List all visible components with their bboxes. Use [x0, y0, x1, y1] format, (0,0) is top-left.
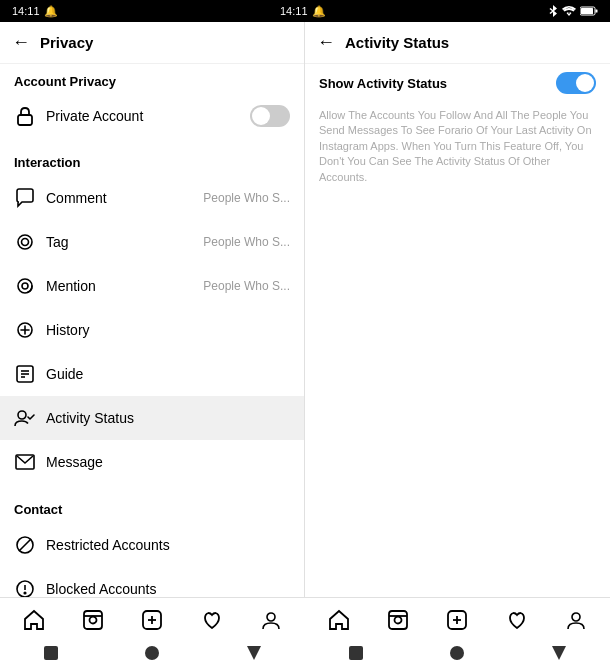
nav-home-left[interactable]	[20, 606, 48, 634]
sys-back-left[interactable]	[247, 646, 261, 660]
activity-status-description: Allow The Accounts You Follow And All Th…	[305, 102, 610, 195]
guide-icon	[14, 363, 36, 385]
interaction-label: Interaction	[0, 145, 304, 176]
mention-left: Mention	[14, 275, 96, 297]
sys-square-right[interactable]	[349, 646, 363, 660]
message-left: Message	[14, 451, 103, 473]
restricted-left: Restricted Accounts	[14, 534, 170, 556]
menu-item-activity-status[interactable]: Activity Status	[0, 396, 304, 440]
left-back-button[interactable]: ←	[12, 32, 30, 53]
wifi-icon	[562, 6, 576, 16]
bottom-nav-right	[305, 598, 610, 641]
private-account-label: Private Account	[46, 108, 143, 124]
bottom-nav	[0, 597, 610, 641]
menu-item-guide[interactable]: Guide	[0, 352, 304, 396]
system-nav-right	[305, 641, 610, 665]
alarm-icon: 🔔	[44, 5, 58, 18]
activity-status-icon	[14, 407, 36, 429]
show-activity-status-row: Show Activity Status	[305, 64, 610, 102]
blocked-icon	[14, 578, 36, 597]
alarm-icon-right: 🔔	[312, 5, 326, 18]
menu-item-message[interactable]: Message	[0, 440, 304, 484]
comment-value: People Who S...	[203, 191, 290, 205]
system-nav	[0, 641, 610, 665]
sys-circle-right[interactable]	[450, 646, 464, 660]
message-icon	[14, 451, 36, 473]
svg-point-13	[18, 411, 26, 419]
nav-home-right[interactable]	[325, 606, 353, 634]
right-back-button[interactable]: ←	[317, 32, 335, 53]
svg-point-19	[90, 616, 97, 623]
menu-item-blocked[interactable]: Blocked Accounts	[0, 567, 304, 597]
private-account-row: Private Account	[0, 95, 304, 137]
nav-profile-right[interactable]	[562, 606, 590, 634]
menu-item-restricted[interactable]: Restricted Accounts	[0, 523, 304, 567]
blocked-accounts-label: Blocked Accounts	[46, 581, 157, 597]
mention-label: Mention	[46, 278, 96, 294]
right-panel: ← Activity Status Show Activity Status A…	[305, 22, 610, 597]
right-nav-bar: ← Activity Status	[305, 22, 610, 64]
left-nav-bar: ← Privacy	[0, 22, 304, 64]
bluetooth-icon	[548, 5, 558, 17]
svg-point-4	[18, 235, 32, 249]
comment-label: Comment	[46, 190, 107, 206]
tag-value: People Who S...	[203, 235, 290, 249]
status-center: 14:11 🔔	[280, 4, 326, 18]
svg-point-24	[267, 613, 275, 621]
svg-rect-25	[389, 611, 407, 629]
menu-item-history[interactable]: History	[0, 308, 304, 352]
svg-rect-3	[18, 115, 32, 125]
main-panels: ← Privacy Account Privacy Private Accoun…	[0, 22, 610, 597]
comment-left: Comment	[14, 187, 107, 209]
left-panel: ← Privacy Account Privacy Private Accoun…	[0, 22, 305, 597]
sys-back-right[interactable]	[552, 646, 566, 660]
mention-icon	[14, 275, 36, 297]
lock-icon	[14, 105, 36, 127]
left-nav-title: Privacy	[40, 34, 93, 51]
svg-point-5	[22, 239, 29, 246]
nav-reels-right[interactable]	[384, 606, 412, 634]
private-account-left: Private Account	[14, 105, 143, 127]
status-left: 14:11 🔔	[12, 4, 58, 18]
show-activity-label: Show Activity Status	[319, 76, 447, 91]
menu-item-comment[interactable]: Comment People Who S...	[0, 176, 304, 220]
mention-value: People Who S...	[203, 279, 290, 293]
blocked-left: Blocked Accounts	[14, 578, 157, 597]
nav-add-left[interactable]	[138, 606, 166, 634]
svg-rect-18	[84, 611, 102, 629]
nav-heart-right[interactable]	[503, 606, 531, 634]
restricted-accounts-label: Restricted Accounts	[46, 537, 170, 553]
nav-add-right[interactable]	[443, 606, 471, 634]
activity-status-label: Activity Status	[46, 410, 134, 426]
nav-heart-left[interactable]	[198, 606, 226, 634]
history-left: History	[14, 319, 90, 341]
private-account-toggle[interactable]	[250, 105, 290, 127]
menu-item-mention[interactable]: Mention People Who S...	[0, 264, 304, 308]
system-nav-left	[0, 641, 305, 665]
activity-left: Activity Status	[14, 407, 134, 429]
message-label: Message	[46, 454, 103, 470]
contact-label: Contact	[0, 492, 304, 523]
svg-point-7	[22, 283, 28, 289]
guide-left: Guide	[14, 363, 83, 385]
right-nav-title: Activity Status	[345, 34, 449, 51]
nav-profile-left[interactable]	[257, 606, 285, 634]
status-right	[548, 4, 598, 18]
history-icon	[14, 319, 36, 341]
svg-point-26	[395, 616, 402, 623]
battery-icon	[580, 6, 598, 16]
tag-left: Tag	[14, 231, 69, 253]
sys-square-left[interactable]	[44, 646, 58, 660]
svg-point-17	[24, 592, 26, 594]
bottom-nav-left	[0, 598, 305, 641]
sys-circle-left[interactable]	[145, 646, 159, 660]
status-bar: 14:11 🔔 14:11 🔔	[0, 0, 610, 22]
account-privacy-label: Account Privacy	[0, 64, 304, 95]
activity-status-toggle[interactable]	[556, 72, 596, 94]
svg-line-15	[19, 539, 31, 551]
tag-label: Tag	[46, 234, 69, 250]
menu-item-tag[interactable]: Tag People Who S...	[0, 220, 304, 264]
time-right: 14:11	[280, 5, 308, 17]
restricted-icon	[14, 534, 36, 556]
nav-reels-left[interactable]	[79, 606, 107, 634]
